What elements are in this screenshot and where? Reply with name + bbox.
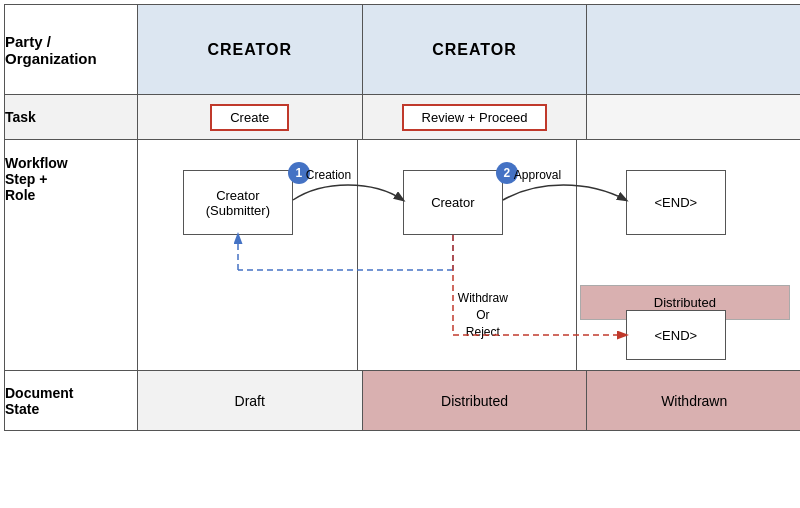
end-box-bottom: <END>	[626, 310, 726, 360]
creator-submitter-box: Creator (Submitter)	[183, 170, 293, 235]
party-label: Party / Organization	[5, 5, 138, 95]
withdraw-label: Withdraw Or Reject	[458, 290, 508, 340]
end-header	[587, 5, 800, 95]
doc-state-label: Document State	[5, 371, 138, 431]
end-box-top: <END>	[626, 170, 726, 235]
col-divider-2	[576, 140, 578, 370]
col-divider-1	[357, 140, 359, 370]
workflow-area: Creator (Submitter) 1 Creation Creator 2	[138, 140, 800, 370]
approval-label: Approval	[514, 168, 561, 182]
creator1-text: CREATOR	[207, 41, 292, 58]
creator2-text: CREATOR	[432, 41, 517, 58]
creator2-header: CREATOR	[362, 5, 587, 95]
task2-box: Review + Proceed	[402, 104, 548, 131]
creator-box: Creator	[403, 170, 503, 235]
task-label: Task	[5, 95, 138, 140]
doc-draft-cell: Draft	[137, 371, 362, 431]
workflow-diagram: Party / Organization CREATOR CREATOR Tas…	[4, 4, 800, 431]
creation-label: Creation	[306, 168, 351, 182]
doc-distributed-cell: Distributed	[362, 371, 587, 431]
task3-cell	[587, 95, 800, 140]
doc-withdrawn-cell: Withdrawn	[587, 371, 800, 431]
creator1-header: CREATOR	[137, 5, 362, 95]
task2-cell: Review + Proceed	[362, 95, 587, 140]
task1-cell: Create	[137, 95, 362, 140]
workflow-label: Workflow Step + Role	[5, 140, 138, 371]
task1-box: Create	[210, 104, 289, 131]
